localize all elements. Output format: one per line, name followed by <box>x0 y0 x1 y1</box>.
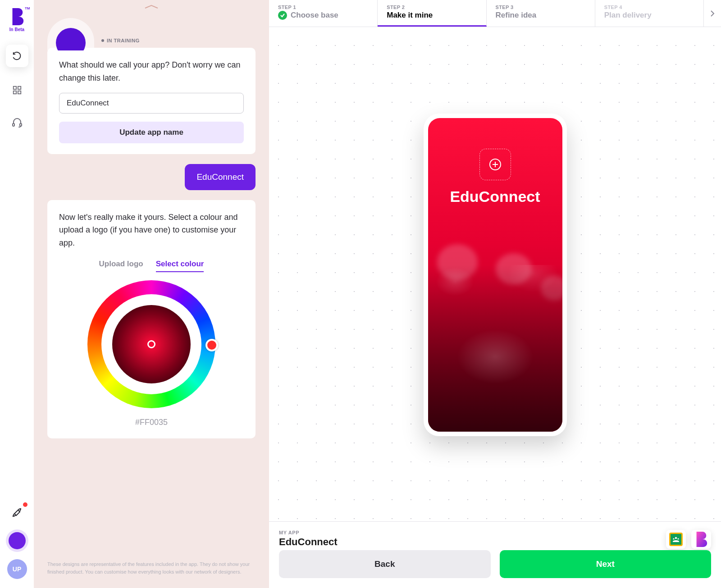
bot-header: IN TRAINING <box>47 18 256 50</box>
svg-rect-0 <box>13 87 16 89</box>
step-number: STEP 1 <box>278 5 368 10</box>
step-3[interactable]: STEP 3 Refine idea <box>487 0 595 27</box>
integration-classroom-button[interactable] <box>666 530 686 549</box>
classroom-icon <box>669 533 683 546</box>
step-title-label: Choose base <box>291 11 338 20</box>
svg-rect-2 <box>13 91 16 94</box>
chat-scroll: IN TRAINING What should we call your app… <box>34 14 269 561</box>
svg-point-11 <box>677 538 679 539</box>
customise-prompt-text: Now let's really make it yours. Select a… <box>59 211 244 250</box>
brand-logo[interactable]: TM In Beta <box>9 8 24 32</box>
preview-canvas[interactable]: EduConnect <box>269 27 721 521</box>
customise-card: Now let's really make it yours. Select a… <box>47 200 256 438</box>
footer-icons <box>666 530 711 549</box>
app-name-input[interactable] <box>59 93 244 114</box>
name-prompt-card: What should we call your app? Don't worr… <box>47 48 256 154</box>
wheel-gap <box>101 294 201 394</box>
collapse-chat-button[interactable] <box>34 0 269 14</box>
name-prompt-text: What should we call your app? Don't worr… <box>59 59 244 85</box>
support-button[interactable] <box>8 113 27 132</box>
phone-preview: EduConnect <box>424 114 567 436</box>
assistant-orb[interactable] <box>9 532 26 549</box>
preview-artwork <box>428 265 562 432</box>
left-nav-bottom: UP <box>0 503 34 579</box>
bot-avatar <box>47 18 94 50</box>
logo-tm: TM <box>25 6 30 10</box>
footer-buttons: Back Next <box>279 550 711 578</box>
phone-screen: EduConnect <box>428 118 562 432</box>
left-nav: TM In Beta UP <box>0 0 34 588</box>
update-app-name-button[interactable]: Update app name <box>59 122 244 143</box>
svg-rect-1 <box>18 87 20 89</box>
back-button[interactable]: Back <box>279 550 491 578</box>
undo-button[interactable] <box>6 45 28 67</box>
saturation-marker-icon[interactable] <box>147 340 155 348</box>
training-badge-label: IN TRAINING <box>107 38 140 43</box>
apps-grid-button[interactable] <box>8 81 27 100</box>
logo-beta-label: In Beta <box>9 27 24 32</box>
disclaimer-text: These designs are representative of the … <box>34 561 269 588</box>
chevron-up-icon <box>143 4 160 10</box>
app-logo-placeholder[interactable] <box>479 149 511 180</box>
chevron-right-icon <box>709 10 716 17</box>
svg-rect-3 <box>18 91 20 94</box>
step-2[interactable]: STEP 2 Make it mine <box>378 0 486 27</box>
dot-icon <box>101 39 104 42</box>
chat-panel: IN TRAINING What should we call your app… <box>34 0 269 588</box>
steps-next-button[interactable] <box>704 0 721 27</box>
customise-tabs: Upload logo Select colour <box>59 260 244 272</box>
brand-b-icon <box>695 532 707 547</box>
step-number: STEP 2 <box>387 5 477 10</box>
main-area: STEP 1 Choose base STEP 2 Make it mine S… <box>269 0 721 588</box>
step-title-label: Refine idea <box>496 11 537 20</box>
footer-label: MY APP <box>279 530 711 535</box>
preview-app-title: EduConnect <box>428 188 562 205</box>
step-title-label: Make it mine <box>387 11 433 20</box>
headset-icon <box>12 117 23 128</box>
grid-icon <box>12 85 22 95</box>
step-number: STEP 3 <box>496 5 586 10</box>
colour-wheel[interactable] <box>87 280 215 408</box>
tab-select-colour[interactable]: Select colour <box>156 260 204 272</box>
hex-input[interactable] <box>124 417 178 428</box>
undo-icon <box>12 51 22 61</box>
hue-marker-icon[interactable] <box>205 339 218 351</box>
tab-upload-logo[interactable]: Upload logo <box>99 260 143 272</box>
step-4: STEP 4 Plan delivery <box>595 0 704 27</box>
user-initials: UP <box>13 565 21 573</box>
steps-bar: STEP 1 Choose base STEP 2 Make it mine S… <box>269 0 721 27</box>
svg-point-10 <box>673 538 674 539</box>
bot-avatar-orb-icon <box>56 28 86 50</box>
next-button[interactable]: Next <box>500 550 712 578</box>
svg-point-9 <box>675 537 677 539</box>
footer-bar: MY APP EduConnect Back Next <box>269 521 721 588</box>
launch-button[interactable] <box>8 503 27 522</box>
check-circle-icon <box>278 11 287 20</box>
user-message-row: EduConnect <box>47 164 256 190</box>
step-number: STEP 4 <box>604 5 694 10</box>
user-message: EduConnect <box>185 164 256 190</box>
step-title-label: Plan delivery <box>604 11 652 20</box>
colour-picker <box>59 280 244 428</box>
plus-circle-icon <box>489 158 502 171</box>
saturation-disc[interactable] <box>112 305 191 383</box>
svg-rect-4 <box>13 123 14 126</box>
rocket-icon <box>12 507 23 518</box>
training-badge: IN TRAINING <box>101 38 140 50</box>
builder-brand-button[interactable] <box>691 530 711 549</box>
footer-app-title: EduConnect <box>279 536 711 548</box>
step-1[interactable]: STEP 1 Choose base <box>269 0 378 27</box>
user-avatar[interactable]: UP <box>7 559 27 579</box>
logo-b-icon: TM <box>10 8 24 25</box>
notification-dot-icon <box>22 501 28 508</box>
